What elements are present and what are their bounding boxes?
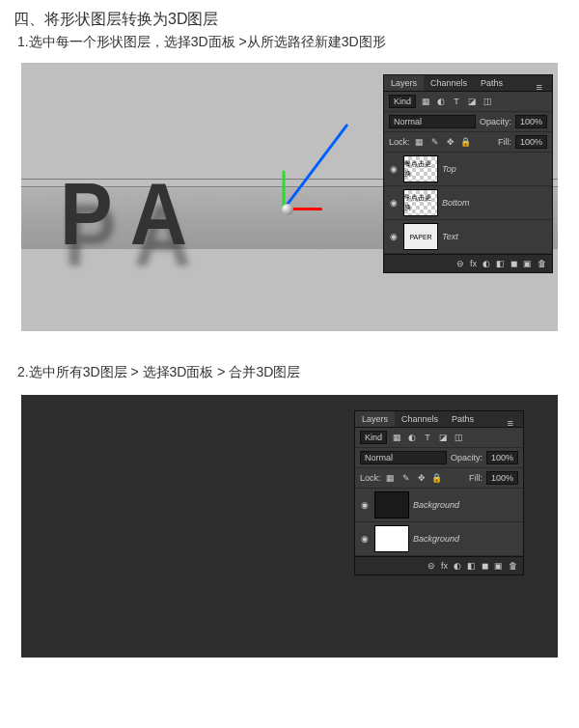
tab-channels[interactable]: Channels (395, 411, 445, 427)
layer-thumb[interactable] (374, 525, 409, 552)
tab-layers[interactable]: Layers (355, 411, 395, 427)
adjust-icon[interactable]: ◧ (467, 561, 476, 571)
filter-smart-icon[interactable]: ◫ (453, 433, 464, 442)
fill-value[interactable]: 100% (486, 471, 518, 485)
visibility-icon[interactable]: ◉ (359, 534, 371, 544)
layer-name[interactable]: Background (413, 500, 519, 510)
filter-type-icon[interactable]: T (422, 433, 433, 442)
screenshot-1: P A Layers Channels Paths ≡ Kind ▦ ◐ T ◪… (21, 63, 558, 331)
opacity-label: Opacity: (480, 117, 511, 126)
blend-row: Normal Opacity: 100% (384, 112, 552, 132)
layer-row[interactable]: ◉ PAPER Text (384, 220, 552, 254)
link-icon[interactable]: ⊖ (456, 259, 464, 268)
opacity-value[interactable]: 100% (486, 451, 518, 464)
fill-label: Fill: (498, 137, 511, 147)
fx-icon[interactable]: fx (470, 259, 477, 268)
mask-icon[interactable]: ◐ (482, 259, 490, 268)
layer-thumb[interactable] (374, 491, 409, 518)
opacity-value[interactable]: 100% (515, 115, 547, 128)
opacity-label: Opacity: (451, 453, 482, 462)
new-layer-icon[interactable]: ▣ (523, 259, 532, 268)
layer-thumb[interactable]: 餐点击更换 (403, 155, 438, 182)
tab-paths[interactable]: Paths (445, 411, 481, 427)
layer-thumb[interactable]: PAPER (403, 223, 438, 250)
screenshot-2: Layers Channels Paths ≡ Kind ▦ ◐ T ◪ ◫ N… (21, 395, 558, 658)
filter-smart-icon[interactable]: ◫ (482, 97, 493, 106)
panel-tabs[interactable]: Layers Channels Paths ≡ (384, 75, 552, 92)
kind-filter[interactable]: Kind (389, 95, 416, 108)
trash-icon[interactable]: 🗑 (509, 561, 517, 571)
tab-channels[interactable]: Channels (424, 75, 474, 91)
section-heading: 四、将形状图层转换为3D图层 (0, 0, 579, 34)
layer-row[interactable]: ◉ Background (355, 489, 523, 522)
filter-shape-icon[interactable]: ◪ (466, 97, 478, 106)
trash-icon[interactable]: 🗑 (538, 259, 546, 268)
layer-thumb[interactable]: 学点击更换 (403, 189, 438, 216)
filter-row: Kind ▦ ◐ T ◪ ◫ (384, 92, 552, 112)
visibility-icon[interactable]: ◉ (359, 500, 371, 510)
layers-panel-2[interactable]: Layers Channels Paths ≡ Kind ▦ ◐ T ◪ ◫ N… (354, 410, 524, 575)
lock-all-icon[interactable]: 🔒 (460, 137, 472, 147)
3d-text: P A (60, 169, 187, 260)
lock-paint-icon[interactable]: ✎ (400, 473, 412, 483)
panel-menu-icon[interactable]: ≡ (530, 78, 549, 96)
fx-icon[interactable]: fx (441, 561, 448, 571)
blend-mode-select[interactable]: Normal (389, 115, 476, 128)
adjust-icon[interactable]: ◧ (496, 259, 505, 268)
kind-label: Kind (394, 97, 411, 106)
group-icon[interactable]: ◼ (482, 561, 488, 571)
kind-label: Kind (365, 433, 382, 442)
panel-tabs[interactable]: Layers Channels Paths ≡ (355, 411, 523, 428)
panel-footer: ⊖ fx ◐ ◧ ◼ ▣ 🗑 (384, 254, 552, 272)
visibility-icon[interactable]: ◉ (388, 232, 400, 241)
lock-paint-icon[interactable]: ✎ (429, 137, 441, 147)
fill-value[interactable]: 100% (515, 135, 547, 149)
group-icon[interactable]: ◼ (510, 259, 517, 268)
lock-trans-icon[interactable]: ▦ (414, 137, 426, 147)
letter-a: A (130, 164, 187, 264)
lock-row: Lock: ▦ ✎ ✥ 🔒 Fill: 100% (355, 468, 523, 489)
mask-icon[interactable]: ◐ (454, 561, 461, 571)
gizmo-origin[interactable] (282, 204, 293, 215)
blend-row: Normal Opacity: 100% (355, 448, 523, 468)
filter-pixel-icon[interactable]: ▦ (391, 433, 402, 442)
lock-trans-icon[interactable]: ▦ (385, 473, 397, 483)
fill-label: Fill: (469, 473, 482, 483)
step-1-text: 1.选中每一个形状图层，选择3D面板 >从所选路径新建3D图形 (0, 34, 579, 63)
visibility-icon[interactable]: ◉ (388, 198, 400, 208)
layers-list-1: ◉ 餐点击更换 Top ◉ 学点击更换 Bottom ◉ PAPER Text (384, 153, 552, 254)
filter-adjust-icon[interactable]: ◐ (435, 97, 447, 106)
layer-name[interactable]: Top (442, 164, 548, 174)
step-2-text: 2.选中所有3D图层 > 选择3D面板 > 合并3D图层 (0, 354, 579, 395)
panel-footer: ⊖ fx ◐ ◧ ◼ ▣ 🗑 (355, 556, 523, 574)
tab-layers[interactable]: Layers (384, 75, 424, 91)
tab-paths[interactable]: Paths (474, 75, 510, 91)
filter-adjust-icon[interactable]: ◐ (406, 433, 418, 442)
blend-mode-select[interactable]: Normal (360, 451, 447, 464)
filter-type-icon[interactable]: T (451, 97, 462, 106)
z-axis[interactable] (283, 124, 349, 210)
layer-name[interactable]: Text (442, 232, 548, 241)
layer-row[interactable]: ◉ 学点击更换 Bottom (384, 186, 552, 220)
link-icon[interactable]: ⊖ (427, 561, 435, 571)
lock-pos-icon[interactable]: ✥ (416, 473, 427, 483)
lock-all-icon[interactable]: 🔒 (431, 473, 443, 483)
filter-shape-icon[interactable]: ◪ (437, 433, 449, 442)
lock-label: Lock: (360, 473, 381, 483)
layers-panel-1[interactable]: Layers Channels Paths ≡ Kind ▦ ◐ T ◪ ◫ N… (383, 74, 553, 273)
lock-row: Lock: ▦ ✎ ✥ 🔒 Fill: 100% (384, 132, 552, 153)
layer-name[interactable]: Bottom (442, 198, 548, 208)
new-layer-icon[interactable]: ▣ (494, 561, 503, 571)
visibility-icon[interactable]: ◉ (388, 164, 400, 174)
filter-row: Kind ▦ ◐ T ◪ ◫ (355, 428, 523, 448)
kind-filter[interactable]: Kind (360, 431, 387, 444)
layer-row[interactable]: ◉ Background (355, 522, 523, 556)
panel-menu-icon[interactable]: ≡ (501, 414, 520, 432)
3d-gizmo[interactable] (262, 179, 340, 256)
lock-pos-icon[interactable]: ✥ (445, 137, 456, 147)
layers-list-2: ◉ Background ◉ Background (355, 489, 523, 556)
filter-pixel-icon[interactable]: ▦ (420, 97, 431, 106)
layer-row[interactable]: ◉ 餐点击更换 Top (384, 153, 552, 186)
letter-p: P (60, 164, 113, 264)
layer-name[interactable]: Background (413, 534, 519, 544)
